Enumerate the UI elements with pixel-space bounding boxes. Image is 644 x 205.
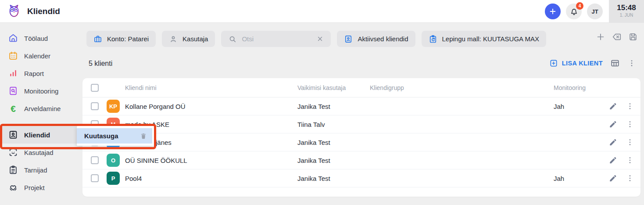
- table-row[interactable]: KP Kollane Porgand OÜ Janika Test Jah: [82, 97, 640, 115]
- list-menu-icon[interactable]: [627, 59, 636, 68]
- add-button[interactable]: [545, 4, 561, 19]
- app-window: Kliendid 4 JT 15:48 1. JUN Tööl: [0, 0, 644, 205]
- client-name: Pool4: [125, 175, 142, 182]
- context-menu-item-kuutasuga[interactable]: Kuutasuga: [77, 128, 152, 144]
- sidebar-item-tarnijad[interactable]: Tarnijad: [0, 161, 82, 179]
- euro-icon: €: [8, 103, 18, 114]
- client-count: 5 klienti: [89, 60, 112, 68]
- sidebar-item-label: Monitooring: [24, 87, 58, 95]
- client-name: OÜ SININE ÖÖKULL: [125, 157, 187, 164]
- trash-icon[interactable]: [140, 133, 147, 140]
- heart-hands-icon: [8, 182, 18, 193]
- calendar-icon: [8, 50, 18, 61]
- sidebar-divider: [0, 117, 82, 126]
- edit-icon[interactable]: [609, 156, 617, 165]
- row-menu-icon[interactable]: [626, 156, 634, 165]
- edit-icon[interactable]: [609, 102, 617, 111]
- clock-widget: 15:48 1. JUN: [609, 0, 644, 23]
- clear-filters-icon[interactable]: [612, 32, 622, 42]
- column-header: Kliendigrupp: [370, 84, 404, 91]
- client-avatar: KP: [107, 100, 120, 113]
- id-badge-icon: [8, 129, 18, 140]
- owl-logo-icon: [7, 4, 21, 19]
- search-placeholder: Otsi: [242, 35, 311, 43]
- sidebar-item-projekt[interactable]: Projekt: [0, 179, 82, 196]
- select-all-checkbox[interactable]: [91, 84, 99, 92]
- table-view-icon[interactable]: [610, 58, 620, 68]
- client-avatar: O: [107, 154, 120, 167]
- briefcase-icon: [93, 35, 102, 43]
- default-user: Janika Test: [297, 175, 330, 182]
- sidebar-item-label: Kalender: [24, 52, 50, 60]
- table-row[interactable]: P Pool4 Janika Test Jah: [82, 169, 640, 187]
- client-name: jänes: [156, 139, 172, 146]
- monitoring-value: Jah: [554, 175, 564, 182]
- default-user: Janika Test: [297, 157, 330, 164]
- save-filters-icon[interactable]: [628, 32, 638, 42]
- page-title: Kliendid: [27, 0, 60, 23]
- row-checkbox[interactable]: [91, 102, 99, 110]
- table-row[interactable]: jänes Janika Test: [82, 133, 640, 151]
- sidebar-item-monitooring[interactable]: Monitooring: [0, 82, 82, 100]
- search-icon: [228, 35, 237, 43]
- row-checkbox[interactable]: [91, 174, 99, 182]
- default-user: Tiina Talv: [297, 121, 325, 128]
- filter-chip-label: Konto: Patarei: [107, 35, 149, 43]
- sidebar-item-label: Tarnijad: [24, 166, 47, 174]
- sidebar-item-label: Kliendid: [24, 131, 50, 139]
- filter-chip-konto[interactable]: Konto: Patarei: [86, 31, 156, 47]
- filter-chip-lepingu-mall[interactable]: Lepingu mall: KUUTASUGA MAX: [422, 31, 546, 47]
- filter-chip-kasutaja[interactable]: Kasutaja: [162, 31, 215, 47]
- row-checkbox[interactable]: [91, 156, 99, 164]
- sidebar-item-toolaud[interactable]: Töölaud: [0, 29, 82, 47]
- sidebar-item-kasutajad[interactable]: Kasutajad: [0, 144, 82, 161]
- search-input[interactable]: Otsi: [221, 31, 331, 47]
- add-client-label: LISA KLIENT: [562, 60, 603, 67]
- sidebar-nav: Töölaud Kalender Raport Monitooring € Ar…: [0, 23, 82, 205]
- filter-chip-aktiivsed[interactable]: Aktiivsed kliendid: [337, 31, 415, 47]
- sidebar-item-kliendid[interactable]: Kliendid: [0, 126, 78, 144]
- clipboard-refresh-icon: [429, 35, 437, 43]
- list-actions: LISA KLIENT: [549, 58, 636, 68]
- sidebar-item-arveldamine[interactable]: € Arveldamine: [0, 100, 82, 117]
- notifications-button[interactable]: 4: [566, 4, 582, 19]
- notification-badge: 4: [576, 2, 583, 10]
- filter-actions: [596, 32, 638, 42]
- table-header-row: Kliendi nimi Vaikimisi kasutaja Kliendig…: [82, 78, 640, 97]
- sidebar-item-label: Töölaud: [24, 35, 48, 42]
- sidebar-item-label: Kasutajad: [24, 149, 54, 156]
- row-menu-icon[interactable]: [626, 102, 634, 111]
- header-bar: Kliendid 4 JT 15:48 1. JUN: [0, 0, 644, 23]
- user-avatar[interactable]: JT: [587, 4, 603, 19]
- edit-icon[interactable]: [609, 174, 617, 183]
- clear-search-icon[interactable]: [316, 35, 324, 43]
- clients-table: Kliendi nimi Vaikimisi kasutaja Kliendig…: [82, 78, 640, 197]
- clock-time: 15:48: [609, 4, 644, 12]
- add-client-button[interactable]: LISA KLIENT: [549, 59, 603, 68]
- sidebar-item-label: Raport: [24, 70, 44, 77]
- home-icon: [8, 33, 18, 43]
- filter-chip-label: Aktiivsed kliendid: [358, 35, 408, 43]
- client-name: Kollane Porgand OÜ: [125, 103, 186, 110]
- face-scan-icon: [8, 147, 18, 158]
- filter-chip-label: Lepingu mall: KUUTASUGA MAX: [442, 35, 539, 43]
- default-user: Janika Test: [297, 103, 330, 110]
- table-row[interactable]: O OÜ SININE ÖÖKULL Janika Test: [82, 151, 640, 169]
- table-row[interactable]: M made by ASKE Tiina Talv: [82, 115, 640, 133]
- row-menu-icon[interactable]: [626, 138, 634, 147]
- user-icon: [169, 35, 178, 43]
- row-menu-icon[interactable]: [626, 120, 634, 129]
- row-menu-icon[interactable]: [626, 174, 634, 183]
- column-header: Vaikimisi kasutaja: [297, 84, 346, 91]
- sidebar-item-kalender[interactable]: Kalender: [0, 47, 82, 65]
- edit-icon[interactable]: [609, 120, 617, 129]
- edit-icon[interactable]: [609, 138, 617, 147]
- context-menu: Kuutasuga: [77, 126, 154, 146]
- id-badge-icon: [344, 35, 353, 43]
- context-menu-label: Kuutasuga: [84, 132, 118, 140]
- add-filter-icon[interactable]: [596, 32, 605, 42]
- sidebar-item-raport[interactable]: Raport: [0, 65, 82, 82]
- doc-search-icon: [8, 86, 18, 96]
- sidebar-item-label: Arveldamine: [24, 105, 61, 112]
- clipboard-icon: [8, 165, 18, 175]
